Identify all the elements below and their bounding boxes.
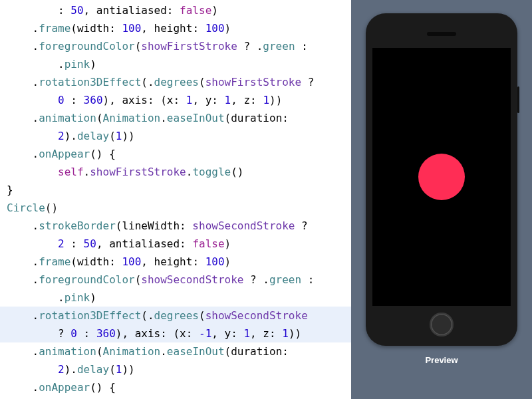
code-line[interactable]: Circle() [0,199,351,217]
code-token: degrees [154,76,199,88]
code-token: . [7,148,39,160]
code-token: () { [90,381,116,394]
code-token: ( [135,40,142,53]
code-line[interactable]: .frame(width: 100, height: 100) [0,19,351,37]
code-token: . [7,309,39,322]
code-token: )) [289,327,301,340]
code-token: ) [225,237,231,250]
code-line[interactable]: } [0,181,351,199]
code-token [7,130,58,142]
circle-shape [418,154,465,200]
code-token: 1 [243,327,250,340]
code-line[interactable]: .foregroundColor(showSecondStroke ? .gre… [0,271,351,289]
home-button[interactable] [430,313,454,336]
code-line[interactable]: .onAppear() { [0,145,351,163]
code-line[interactable]: : 50, antialiased: false) [0,1,351,19]
code-token: easeInOut [167,345,225,358]
code-line[interactable]: self.showSecondStroke.toggle() [0,396,351,399]
code-token: toggle [192,166,231,178]
code-token: 2 [58,363,65,376]
code-line[interactable]: .strokeBorder(lineWidth: showSecondStrok… [0,217,351,235]
code-token: ? . [237,40,263,53]
code-token: : [77,327,96,340]
code-line[interactable]: .pink) [0,55,351,73]
code-token: animation [39,345,96,358]
code-line[interactable]: .rotation3DEffect(.degrees(showFirstStro… [0,73,351,91]
code-token: ( [109,363,116,376]
code-token: . [7,58,65,70]
code-token: ). [65,130,77,142]
code-token: ? [295,219,307,232]
code-token: ) [225,255,231,268]
code-token: foregroundColor [39,273,135,286]
speaker-slot [427,32,456,36]
code-token: : [65,94,84,106]
code-token: ). [65,363,77,376]
code-token: 1 [116,130,122,142]
code-token: 360 [96,327,116,340]
app-root: : 50, antialiased: false) .frame(width: … [0,0,532,399]
code-token: . [7,219,39,232]
code-line[interactable]: .animation(Animation.easeInOut(duration: [0,342,351,360]
code-token: Animation [103,345,161,358]
code-token: . [7,112,39,124]
code-line[interactable]: .animation(Animation.easeInOut(duration: [0,109,351,127]
code-line[interactable]: 0 : 360), axis: (x: 1, y: 1, z: 1)) [0,91,351,109]
preview-label: Preview [425,355,458,365]
code-token: 100 [122,22,141,35]
code-token: 0 [58,94,65,106]
code-token: ( [96,345,103,358]
code-token [7,363,58,376]
code-token: 50 [84,237,96,250]
code-editor[interactable]: : 50, antialiased: false) .frame(width: … [0,0,351,399]
code-token: showFirstStroke [205,76,302,88]
code-line[interactable]: .foregroundColor(showFirstStroke ? .gree… [0,37,351,55]
code-token: 2 [58,237,65,250]
code-line[interactable]: ? 0 : 360), axis: (x: -1, y: 1, z: 1)) [0,325,351,342]
code-token: delay [77,130,109,142]
code-token: . [186,166,193,178]
code-token [7,94,58,106]
code-line[interactable]: 2).delay(1)) [0,360,351,378]
code-token: , z: [250,327,282,340]
code-line[interactable]: 2).delay(1)) [0,127,351,145]
code-token: () { [90,148,116,160]
code-token: (duration: [225,112,289,124]
code-line[interactable]: .onAppear() { [0,378,351,396]
code-token: 1 [116,363,122,376]
code-token: . [7,291,65,304]
code-token: pink [65,58,90,70]
code-line[interactable]: 2 : 50, antialiased: false) [0,235,351,253]
code-token: 1 [186,94,193,106]
code-token: 0 [70,327,77,340]
code-token: green [263,40,295,53]
code-line[interactable]: .pink) [0,289,351,307]
code-line[interactable]: .rotation3DEffect(.degrees(showSecondStr… [0,307,351,325]
code-token: showSecondStroke [141,273,243,286]
code-line[interactable]: .frame(width: 100, height: 100) [0,253,351,271]
code-token: : [65,237,84,250]
code-token: )) [122,363,134,376]
code-token: animation [39,112,96,124]
code-token: onAppear [39,148,90,160]
code-token: delay [77,363,109,376]
code-token: easeInOut [167,112,225,124]
code-token: foregroundColor [39,40,135,53]
code-token: } [7,184,13,196]
code-token: false [180,4,211,17]
code-token: rotation3DEffect [39,76,141,88]
device-screen[interactable] [372,48,511,306]
preview-pane: Preview [351,0,532,399]
code-token: showSecondStroke [205,309,308,322]
code-token: 1 [263,94,269,106]
code-token: . [160,112,167,124]
code-line[interactable]: self.showFirstStroke.toggle() [0,163,351,181]
code-token: Circle [7,201,45,214]
code-token: , height: [141,22,205,35]
code-token: false [192,237,224,250]
code-token: self [58,166,84,178]
code-token: (duration: [225,345,289,358]
code-token: strokeBorder [39,219,116,232]
code-token: ) [211,4,218,17]
code-token: ? [7,327,70,340]
